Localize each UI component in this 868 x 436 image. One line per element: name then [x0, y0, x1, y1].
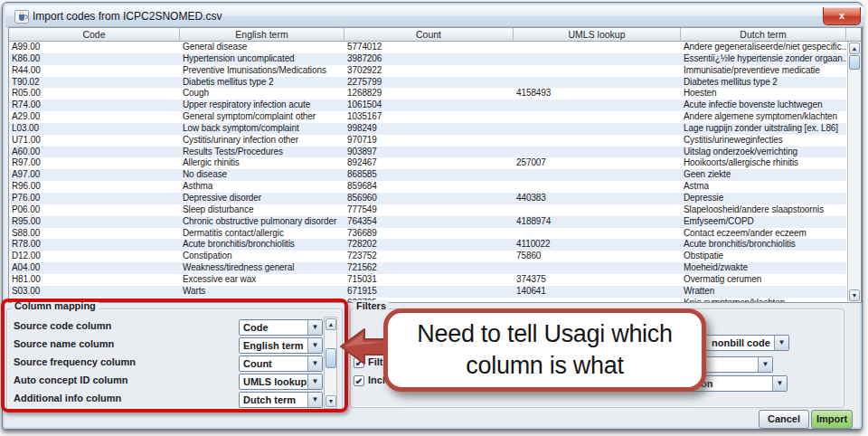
filters-title: Filters — [354, 300, 389, 311]
table-cell — [514, 111, 681, 123]
table-cell: Immunisatie/preventieve medicatie — [681, 65, 846, 77]
table-row[interactable]: A60.00Results Tests/Procedures903897Uits… — [9, 147, 846, 158]
table-cell: Knee symptom/complaint — [180, 298, 344, 303]
chevron-down-icon[interactable]: ▼ — [307, 374, 322, 389]
table-cell: 868585 — [344, 169, 514, 181]
table-cell: 257007 — [514, 157, 681, 169]
table-row[interactable]: H81.00Excessive ear wax715031374375Overm… — [9, 274, 846, 286]
chevron-down-icon[interactable]: ▼ — [307, 393, 322, 407]
table-cell: Hooikoorts/allergische rhinitis — [681, 157, 846, 169]
chevron-down-icon[interactable]: ▼ — [772, 376, 787, 391]
table-cell: Diabetes mellitus type 2 — [681, 77, 846, 89]
column-header-umls-lookup[interactable]: UMLS lookup — [514, 28, 681, 42]
table-cell: U71.00 — [9, 135, 180, 147]
table-row[interactable]: L03.00Low back symptom/complaint998249La… — [9, 123, 846, 135]
column-header-code[interactable]: Code — [9, 28, 180, 42]
mapping-combobox[interactable]: Dutch term▼ — [239, 392, 323, 408]
table-row[interactable]: A04.00Weakness/tiredness general721562Mo… — [9, 262, 846, 274]
mapping-label: Source frequency column — [14, 355, 136, 370]
column-header-count[interactable]: Count — [344, 28, 514, 42]
table-cell: P06.00 — [9, 204, 180, 216]
table-cell — [514, 181, 681, 193]
table-cell: P76.00 — [9, 193, 180, 204]
mapping-scrollbar[interactable]: ▲ ▼ — [324, 317, 337, 409]
table-cell: No disease — [180, 169, 344, 181]
table-cell — [514, 77, 681, 89]
table-row[interactable]: D12.00Constipation72375275860Obstipatie — [9, 251, 846, 262]
table-cell: Emfyseem/COPD — [681, 216, 846, 228]
table-cell: R44.00 — [9, 65, 180, 77]
chevron-down-icon[interactable]: ▼ — [307, 320, 322, 335]
table-row[interactable]: R44.00Preventive Imunisations/Medication… — [9, 65, 846, 77]
column-header-english-term[interactable]: English term — [180, 28, 344, 42]
table-row[interactable]: K86.00Hypertension uncomplicated3987206E… — [9, 53, 846, 65]
filter-checkbox[interactable]: ✔ — [354, 375, 364, 386]
chevron-down-icon[interactable]: ▼ — [307, 338, 322, 353]
scroll-up-button[interactable]: ▲ — [849, 43, 860, 54]
mapping-combobox[interactable]: UMLS lookup▼ — [239, 374, 323, 390]
table-row[interactable]: R78.00Acute bronchitis/bronchiolitis7282… — [9, 239, 846, 251]
table-row[interactable]: S88.00Dermatitis contact/allergic736689C… — [9, 228, 846, 240]
table-cell: L03.00 — [9, 123, 180, 135]
table-cell: Lage rugpijn zonder uitstraling [ex. L86… — [681, 123, 846, 135]
table-cell: Hoesten — [681, 88, 846, 100]
table-row[interactable]: R96.00Asthma859684Astma — [9, 181, 846, 193]
java-app-icon — [14, 10, 29, 24]
table-row[interactable]: L15.00Knee symptom/complaint623705Knie s… — [9, 298, 846, 303]
table-row[interactable]: A99.00General disease5774012Andere gegen… — [9, 42, 846, 53]
close-button[interactable]: x — [823, 7, 861, 25]
mapping-scroll-down-button[interactable]: ▼ — [326, 395, 336, 407]
table-row[interactable]: R97.00Allergic rhinitis892467257007Hooik… — [9, 157, 846, 169]
table-cell: 903897 — [344, 147, 514, 158]
table-cell: 998249 — [344, 123, 514, 135]
combobox-value: UMLS lookup — [243, 375, 307, 389]
callout-bubble: Need to tell Usagi which column is what — [383, 308, 706, 392]
table-vertical-scrollbar[interactable]: ▲ ▼ — [847, 42, 861, 303]
table-cell: Depressive disorder — [180, 193, 344, 204]
table-cell — [514, 123, 681, 135]
table-cell: 723752 — [344, 251, 514, 262]
column-header-dutch-term[interactable]: Dutch term — [681, 28, 846, 42]
table-row[interactable]: R95.00Chronic obstructive pulmonary diso… — [9, 216, 846, 228]
table-cell: A97.00 — [9, 169, 180, 181]
column-mapping-title: Column mapping — [12, 300, 99, 311]
chevron-down-icon[interactable]: ▼ — [758, 357, 772, 372]
mapping-label: Source name column — [14, 336, 114, 352]
table-cell — [514, 42, 681, 53]
table-row[interactable]: S03.00Warts671915140641Wratten — [9, 286, 846, 298]
chevron-down-icon[interactable]: ▼ — [307, 356, 322, 371]
table-row[interactable]: A29.00General symptom/complaint other103… — [9, 111, 846, 123]
table-row[interactable]: U71.00Cystitis/urinary infection other97… — [9, 135, 846, 147]
cancel-button[interactable]: Cancel — [759, 410, 809, 429]
table-cell: A29.00 — [9, 111, 180, 123]
import-button[interactable]: Import — [811, 410, 853, 429]
table-row[interactable]: P06.00Sleep disturbance777549Slapelooshe… — [9, 204, 846, 216]
table-cell: R78.00 — [9, 239, 180, 251]
mapping-combobox[interactable]: English term▼ — [239, 337, 323, 354]
mapping-scroll-up-button[interactable]: ▲ — [326, 318, 336, 330]
table-cell: Depressie — [681, 193, 846, 204]
table-cell: Constipation — [180, 251, 344, 262]
chevron-down-icon[interactable]: ▼ — [774, 336, 788, 350]
table-cell: R97.00 — [9, 157, 180, 169]
table-cell: A04.00 — [9, 262, 180, 274]
table-cell: 1268829 — [344, 88, 514, 100]
mapping-combobox[interactable]: Count▼ — [239, 355, 323, 372]
table-row[interactable]: P76.00Depressive disorder856960440383Dep… — [9, 193, 846, 204]
mapping-scroll-thumb[interactable] — [326, 348, 336, 368]
title-bar[interactable]: Import codes from ICPC2SNOMED.csv x — [5, 5, 864, 27]
table-cell: 1035167 — [344, 111, 514, 123]
scroll-down-button[interactable]: ▼ — [849, 289, 860, 301]
table-row[interactable]: R05.00Cough12688294158493Hoesten — [9, 88, 846, 100]
mapping-combobox[interactable]: Code▼ — [239, 319, 323, 336]
screenshot-stage: Import codes from ICPC2SNOMED.csv x Code… — [0, 0, 868, 436]
table-cell: Weakness/tiredness general — [180, 262, 344, 274]
table-cell: Hypertension uncomplicated — [180, 53, 344, 65]
table-row[interactable]: R74.00Upper respiratory infection acute1… — [9, 100, 846, 111]
table-row[interactable]: A97.00No disease868585Geen ziekte — [9, 169, 846, 181]
table-cell: General symptom/complaint other — [180, 111, 344, 123]
table-row[interactable]: T90.02Diabetis mellitus type 22275799Dia… — [9, 77, 846, 89]
table-cell: Essentiï¿½le hypertensie zonder orgaan..… — [681, 53, 846, 65]
scroll-thumb[interactable] — [849, 55, 860, 70]
callout-left-arrow-icon — [340, 327, 387, 366]
